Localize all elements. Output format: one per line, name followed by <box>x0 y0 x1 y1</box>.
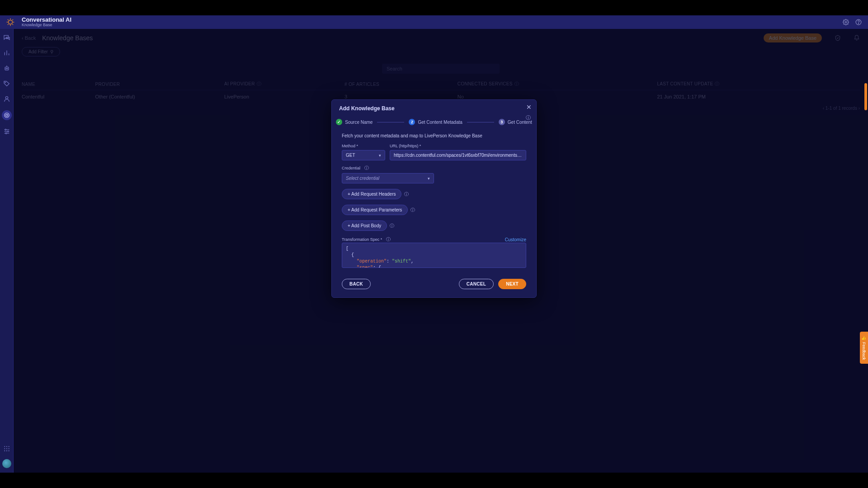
info-icon[interactable]: ⓘ <box>410 207 415 213</box>
app-title: Conversational AI <box>22 17 71 23</box>
method-select[interactable]: GET ▾ <box>342 150 385 160</box>
info-icon[interactable]: ⓘ <box>390 223 394 229</box>
feedback-tab[interactable]: 👍Feedback <box>860 332 868 364</box>
credential-select[interactable]: Select credential ▾ <box>342 173 434 183</box>
method-label: Method * <box>342 144 385 148</box>
add-kb-modal: ✕ ⓘ Add Knowledge Base ✓ Source Name 2 G… <box>331 99 537 298</box>
info-icon[interactable]: ⓘ <box>526 114 531 121</box>
chevron-down-icon: ▾ <box>379 153 381 158</box>
svg-point-9 <box>845 21 847 23</box>
check-icon: ✓ <box>336 119 342 125</box>
step-number-icon: 2 <box>409 119 415 125</box>
help-icon[interactable] <box>855 19 862 25</box>
settings-icon[interactable] <box>843 19 849 25</box>
scrollbar-handle[interactable] <box>864 83 867 110</box>
url-label: URL (http/https) * <box>390 144 526 148</box>
svg-line-7 <box>13 19 14 20</box>
step-get-metadata: 2 Get Content Metadata <box>409 119 462 125</box>
info-icon[interactable]: ⓘ <box>386 237 391 242</box>
add-post-body-button[interactable]: + Add Post Body <box>342 221 387 231</box>
info-icon[interactable]: ⓘ <box>404 191 409 197</box>
cancel-button[interactable]: CANCEL <box>459 279 494 289</box>
modal-title: Add Knowledge Base <box>332 100 536 112</box>
svg-line-6 <box>13 24 14 25</box>
close-icon[interactable]: ✕ <box>526 103 532 111</box>
svg-line-8 <box>8 24 9 25</box>
stepper: ✓ Source Name 2 Get Content Metadata 3 G… <box>332 112 536 130</box>
url-input[interactable]: https://cdn.contentful.com/spaces/1vt6sx… <box>390 150 526 160</box>
svg-line-5 <box>8 19 9 20</box>
svg-point-0 <box>9 20 13 24</box>
app-subtitle: Knowledge Base <box>22 23 71 28</box>
tspec-label: Transformation Spec * <box>342 237 382 242</box>
next-button[interactable]: NEXT <box>498 279 526 289</box>
credential-label: Credential <box>342 166 360 170</box>
info-icon[interactable]: ⓘ <box>364 165 369 170</box>
top-bar: Conversational AI Knowledge Base <box>0 15 868 29</box>
step-source-name: ✓ Source Name <box>336 119 373 125</box>
step-number-icon: 3 <box>499 119 505 125</box>
add-headers-button[interactable]: + Add Request Headers <box>342 189 401 199</box>
transformation-spec-editor[interactable]: [ { "operation": "shift", "spec": { "ite… <box>342 243 526 268</box>
add-params-button[interactable]: + Add Request Parameters <box>342 205 408 215</box>
modal-description: Fetch your content metadata and map to L… <box>342 133 526 138</box>
brand-logo-icon <box>6 18 14 26</box>
back-button[interactable]: BACK <box>342 279 371 289</box>
svg-point-11 <box>859 23 859 23</box>
customize-link[interactable]: Customize <box>505 237 526 242</box>
chevron-down-icon: ▾ <box>428 176 430 181</box>
modal-backdrop: ✕ ⓘ Add Knowledge Base ✓ Source Name 2 G… <box>0 29 868 473</box>
